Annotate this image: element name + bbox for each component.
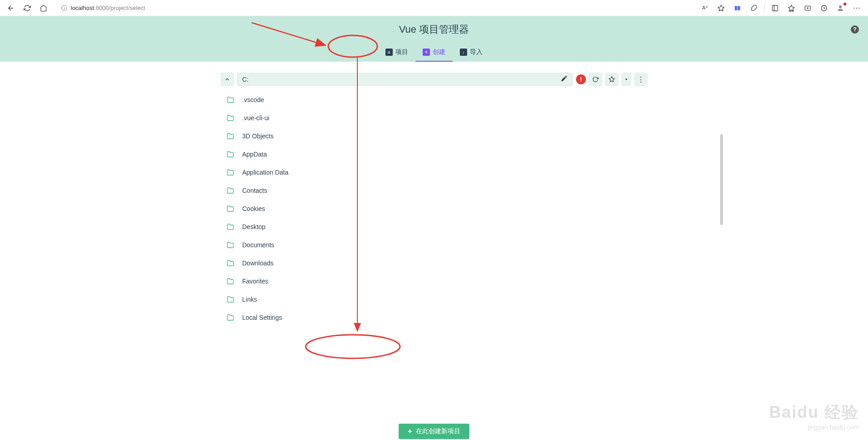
site-info-icon[interactable]: ⓘ [61,4,67,12]
create-project-button[interactable]: + 在此创建新项目 [399,424,469,439]
parent-folder-button[interactable] [220,73,234,86]
svg-rect-1 [735,6,737,10]
favorites-bar-button[interactable] [784,1,799,15]
folder-name: Contacts [242,187,267,194]
list-icon: ≡ [385,49,393,56]
folder-icon [226,96,235,103]
folder-name: Application Data [242,169,288,176]
profile-button[interactable] [833,1,848,15]
content-area: C: ! ⋮ .vscode.vue-cli-ui3D ObjectsAppDa… [0,62,868,345]
folder-item[interactable]: AppData [220,145,648,163]
folder-icon [226,114,235,122]
watermark: Baidu 经验 jingyan.baidu.com [769,401,859,431]
split-screen-button[interactable] [730,1,745,15]
nav-tabs: ≡ 项目 + 创建 ↓ 导入 [0,44,868,62]
folder-name: Local Settings [242,314,282,321]
folder-icon [226,205,235,212]
folder-icon [226,151,235,158]
tab-label: 导入 [470,48,483,56]
favorite-button[interactable] [713,1,729,15]
reload-button[interactable] [20,1,34,15]
more-options-button[interactable]: ⋮ [634,73,648,86]
folder-item[interactable]: 3D Objects [220,127,648,145]
tab-label: 项目 [395,48,408,56]
folder-item[interactable]: .vue-cli-ui [220,109,648,127]
read-aloud-button[interactable]: A⁰ [697,1,712,15]
folder-item[interactable]: Favorites [220,272,648,290]
help-icon[interactable]: ? [851,25,859,34]
svg-marker-5 [788,5,794,11]
more-button[interactable]: ⋯ [849,1,864,15]
folder-name: Favorites [242,278,268,285]
folder-item[interactable]: Documents [220,236,648,254]
folder-item[interactable]: Cookies [220,200,648,218]
folder-icon [226,169,235,176]
svg-marker-13 [625,79,628,80]
import-icon: ↓ [460,49,467,56]
performance-button[interactable] [816,1,832,15]
favorite-folder-button[interactable] [605,73,619,86]
folder-name: Documents [242,241,274,249]
folder-icon [226,132,235,140]
folder-name: AppData [242,151,267,158]
folder-name: 3D Objects [242,132,273,140]
watermark-brand: Baidu 经验 [769,401,859,424]
address-bar[interactable]: ⓘ localhost:8000/project/select [56,2,692,15]
folder-item[interactable]: Contacts [220,181,648,200]
path-input[interactable]: C: [237,73,573,86]
tab-projects[interactable]: ≡ 项目 [378,44,415,62]
back-button[interactable] [4,1,18,15]
folder-item[interactable]: Links [220,290,648,308]
path-toolbar: C: ! ⋮ [220,73,648,86]
folder-name: .vscode [242,96,264,103]
tab-label: 创建 [433,48,445,56]
sidebar-button[interactable] [767,1,783,15]
tab-create[interactable]: + 创建 [415,44,453,62]
svg-point-11 [839,5,842,8]
folder-item[interactable]: Application Data [220,163,648,181]
url-text: localhost:8000/project/select [71,5,145,11]
folder-name: Links [242,296,257,303]
folder-icon [226,187,235,194]
current-path: C: [242,76,558,83]
bottom-bar: + 在此创建新项目 [0,422,868,440]
folder-icon [226,223,235,230]
folder-item[interactable]: .vscode [220,91,648,109]
browser-right-toolbar: A⁰ ⋯ [697,1,864,15]
folder-name: Desktop [242,223,265,230]
refresh-folder-button[interactable] [589,73,602,86]
folder-item[interactable]: Desktop [220,218,648,236]
folder-name: Downloads [242,259,273,267]
folder-icon [226,296,235,303]
scrollbar-thumb[interactable] [720,134,723,225]
folder-icon [226,259,235,267]
folder-list: .vscode.vue-cli-ui3D ObjectsAppDataAppli… [220,91,648,345]
folder-icon [226,314,235,321]
folder-name: Cookies [242,205,265,212]
error-indicator-icon[interactable]: ! [576,74,586,84]
folder-icon [226,241,235,249]
plus-icon: + [423,49,430,56]
folder-icon [226,278,235,285]
svg-marker-12 [609,77,614,82]
svg-rect-2 [738,6,740,10]
watermark-url: jingyan.baidu.com [769,424,859,431]
app-header: ? Vue 项目管理器 ≡ 项目 + 创建 ↓ 导入 [0,16,868,62]
svg-marker-0 [718,5,724,11]
home-button[interactable] [36,1,51,15]
tab-import[interactable]: ↓ 导入 [453,44,490,62]
folder-name: .vue-cli-ui [242,114,269,122]
folder-item[interactable]: Local Settings [220,308,648,327]
browser-toolbar: ⓘ localhost:8000/project/select A⁰ [0,0,868,16]
svg-rect-3 [772,5,778,11]
create-button-label: 在此创建新项目 [416,427,460,435]
favorites-dropdown-button[interactable] [621,73,631,86]
edit-path-icon[interactable] [561,75,568,84]
folder-item[interactable]: Downloads [220,254,648,272]
extensions-button[interactable] [746,1,761,15]
page-title: Vue 项目管理器 [0,23,868,36]
plus-icon: + [408,427,412,435]
toolbar-divider [764,4,765,13]
collections-button[interactable] [800,1,815,15]
